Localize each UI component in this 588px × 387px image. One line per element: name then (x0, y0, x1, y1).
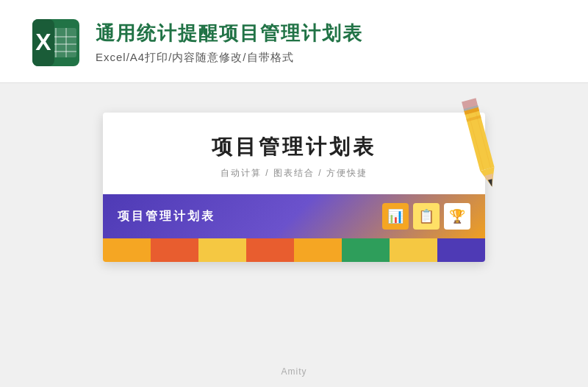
header-section: X 通用统计提醒项目管理计划表 Excel/A4打印/内容随意修改/自带格式 (0, 0, 588, 82)
color-box-1 (103, 238, 151, 262)
doc-main-title: 项目管理计划表 (125, 133, 463, 161)
watermark-text: Amity (282, 366, 307, 377)
preview-section: 项目管理计划表 自动计算 / 图表结合 / 方便快捷 项目管理计划表 📊 📋 (0, 83, 588, 387)
band-icons: 📊 📋 🏆 (382, 203, 470, 230)
doc-bottom-band: 项目管理计划表 📊 📋 🏆 (103, 194, 485, 238)
svg-marker-16 (488, 179, 494, 187)
color-box-4 (246, 238, 294, 262)
page-wrapper: X 通用统计提醒项目管理计划表 Excel/A4打印/内容随意修改/自带格式 (0, 0, 588, 387)
main-title: 通用统计提醒项目管理计划表 (96, 21, 363, 46)
color-box-3 (198, 238, 246, 262)
color-box-7 (390, 238, 437, 262)
header-text-block: 通用统计提醒项目管理计划表 Excel/A4打印/内容随意修改/自带格式 (96, 21, 363, 65)
color-box-5 (294, 238, 342, 262)
color-box-6 (342, 238, 390, 262)
band-title: 项目管理计划表 (118, 209, 215, 224)
sub-title: Excel/A4打印/内容随意修改/自带格式 (96, 51, 363, 65)
excel-logo: X (29, 16, 82, 69)
band-icon-3: 🏆 (444, 203, 470, 230)
doc-title-area: 项目管理计划表 自动计算 / 图表结合 / 方便快捷 (103, 113, 485, 187)
band-icon-2: 📋 (413, 203, 440, 230)
band-icon-1: 📊 (382, 203, 409, 230)
doc-color-boxes (103, 238, 485, 262)
header-top: X 通用统计提醒项目管理计划表 Excel/A4打印/内容随意修改/自带格式 (29, 16, 559, 69)
doc-subtitle: 自动计算 / 图表结合 / 方便快捷 (125, 167, 463, 180)
color-box-8 (437, 238, 485, 262)
svg-text:X: X (35, 29, 51, 55)
color-box-2 (151, 238, 198, 262)
document-card: 项目管理计划表 自动计算 / 图表结合 / 方便快捷 项目管理计划表 📊 📋 (103, 113, 485, 262)
